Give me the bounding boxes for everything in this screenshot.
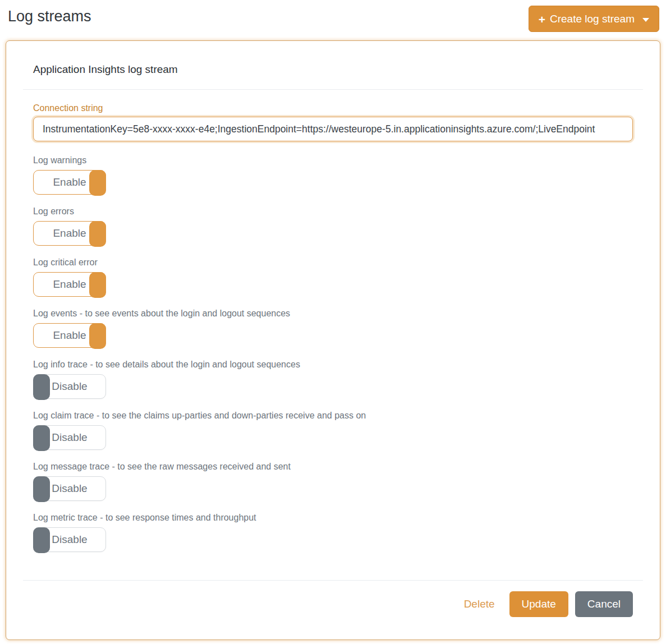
update-button[interactable]: Update	[509, 591, 568, 617]
toggle-label: Log claim trace - to see the claims up-p…	[33, 410, 633, 421]
top-bar: Log streams + Create log stream	[0, 0, 666, 35]
toggle-switch[interactable]: Disable	[33, 476, 106, 501]
log-stream-panel: Application Insights log stream Connecti…	[6, 40, 660, 640]
toggle-state-label: Disable	[52, 482, 87, 495]
toggle-label: Log warnings	[33, 155, 633, 165]
connection-string-label: Connection string	[33, 103, 633, 113]
toggle-knob	[33, 425, 50, 451]
footer-actions: Delete Update Cancel	[23, 581, 643, 617]
toggle-state-label: Disable	[52, 533, 87, 546]
toggle-state-label: Enable	[53, 278, 86, 291]
toggle-switch[interactable]: Disable	[33, 425, 106, 450]
toggle-label: Log errors	[33, 206, 633, 217]
toggle-switch[interactable]: Enable	[33, 272, 106, 297]
toggle-group: Log claim trace - to see the claims up-p…	[33, 410, 633, 450]
cancel-button[interactable]: Cancel	[575, 591, 633, 617]
toggle-state-label: Enable	[53, 176, 86, 188]
toggle-knob	[89, 272, 106, 298]
toggle-knob	[89, 221, 106, 247]
page-title: Log streams	[8, 8, 91, 25]
toggle-group: Log warnings Enable	[33, 155, 633, 195]
toggle-label: Log info trace - to see details about th…	[33, 359, 633, 370]
toggle-group: Log metric trace - to see response times…	[33, 512, 633, 552]
toggle-switch[interactable]: Enable	[33, 323, 106, 348]
toggle-knob	[89, 170, 106, 196]
toggle-group: Log critical error Enable	[33, 257, 633, 297]
toggle-label: Log events - to see events about the log…	[33, 308, 633, 319]
plus-icon: +	[539, 13, 545, 25]
toggle-switch[interactable]: Enable	[33, 170, 106, 195]
toggle-switch[interactable]: Enable	[33, 221, 106, 246]
toggle-group: Log events - to see events about the log…	[33, 308, 633, 348]
toggle-label: Log message trace - to see the raw messa…	[33, 461, 633, 472]
create-button-label: Create log stream	[550, 13, 635, 25]
panel-heading: Application Insights log stream	[23, 41, 643, 89]
toggle-knob	[89, 323, 106, 349]
toggle-knob	[33, 476, 50, 502]
toggle-group: Log errors Enable	[33, 206, 633, 246]
toggle-switch[interactable]: Disable	[33, 527, 106, 552]
log-stream-form: Connection string Log warnings Enable Lo…	[23, 90, 643, 552]
toggle-group: Log info trace - to see details about th…	[33, 359, 633, 399]
delete-link[interactable]: Delete	[464, 598, 495, 610]
connection-string-input[interactable]	[33, 117, 633, 141]
toggle-knob	[33, 374, 50, 400]
toggle-state-label: Disable	[52, 431, 87, 444]
toggle-state-label: Disable	[52, 380, 87, 393]
toggle-state-label: Enable	[53, 227, 86, 240]
chevron-down-icon	[642, 18, 649, 22]
create-log-stream-button[interactable]: + Create log stream	[529, 6, 659, 32]
toggle-knob	[33, 527, 50, 553]
toggle-group: Log message trace - to see the raw messa…	[33, 461, 633, 501]
toggle-list: Log warnings Enable Log errors Enable Lo…	[33, 155, 633, 552]
toggle-label: Log metric trace - to see response times…	[33, 512, 633, 523]
toggle-label: Log critical error	[33, 257, 633, 268]
toggle-state-label: Enable	[53, 329, 86, 342]
toggle-switch[interactable]: Disable	[33, 374, 106, 399]
